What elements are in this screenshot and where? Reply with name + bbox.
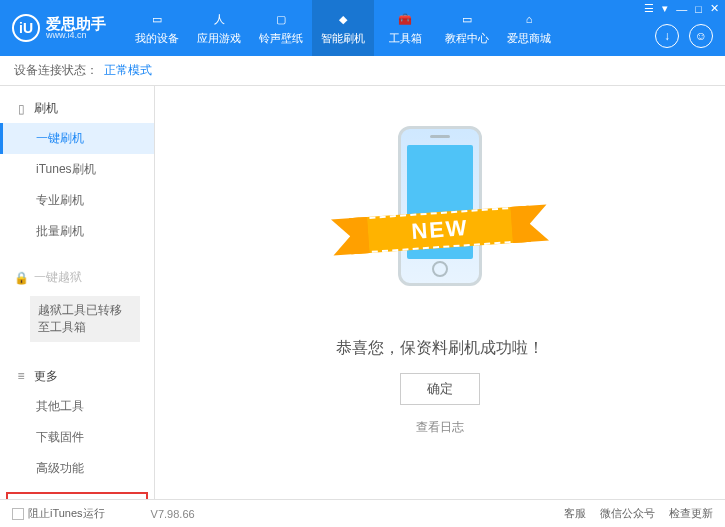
activation-options: 自动激活 跳过向导 [6,492,148,499]
lock-icon: 🔒 [14,271,28,285]
sidebar-item-oneclick-flash[interactable]: 一键刷机 [0,123,154,154]
checkbox-block-itunes[interactable]: 阻止iTunes运行 [12,506,105,521]
header: iU 爱思助手 www.i4.cn ▭ 我的设备 人 应用游戏 ▢ 铃声壁纸 ◆… [0,0,725,56]
flash-group-icon: ▯ [14,102,28,116]
nav-apps-games[interactable]: 人 应用游戏 [188,0,250,56]
sidebar: ▯ 刷机 一键刷机 iTunes刷机 专业刷机 批量刷机 🔒 一键越狱 越狱工具… [0,86,155,499]
success-illustration: NEW [370,116,510,316]
ok-button[interactable]: 确定 [400,373,480,405]
version-label: V7.98.66 [151,508,195,520]
jailbreak-moved-notice[interactable]: 越狱工具已转移至工具箱 [30,296,140,342]
sidebar-item-other-tools[interactable]: 其他工具 [0,391,154,422]
footer-link-wechat[interactable]: 微信公众号 [600,506,655,521]
wallpaper-icon: ▢ [272,10,290,28]
status-label: 设备连接状态： [14,62,98,79]
nav-my-device[interactable]: ▭ 我的设备 [126,0,188,56]
apps-icon: 人 [210,10,228,28]
sidebar-group-jailbreak: 🔒 一键越狱 [0,263,154,292]
window-controls: ☰ ▾ — □ ✕ [644,2,719,15]
nav-toolbox[interactable]: 🧰 工具箱 [374,0,436,56]
nav-tutorials[interactable]: ▭ 教程中心 [436,0,498,56]
status-bar: 设备连接状态： 正常模式 [0,56,725,86]
footer-link-support[interactable]: 客服 [564,506,586,521]
maximize-icon[interactable]: □ [695,3,702,15]
sidebar-group-flash[interactable]: ▯ 刷机 [0,94,154,123]
app-logo: iU 爱思助手 www.i4.cn [12,14,106,42]
app-site: www.i4.cn [46,31,106,40]
view-log-link[interactable]: 查看日志 [416,419,464,436]
nav-ringtone-wallpaper[interactable]: ▢ 铃声壁纸 [250,0,312,56]
skin-icon[interactable]: ▾ [662,2,668,15]
sidebar-item-batch-flash[interactable]: 批量刷机 [0,216,154,247]
logo-icon: iU [12,14,40,42]
sidebar-item-advanced[interactable]: 高级功能 [0,453,154,484]
more-icon: ≡ [14,369,28,383]
book-icon: ▭ [458,10,476,28]
minimize-icon[interactable]: — [676,3,687,15]
phone-icon: ▭ [148,10,166,28]
toolbox-icon: 🧰 [396,10,414,28]
app-name: 爱思助手 [46,16,106,31]
close-icon[interactable]: ✕ [710,2,719,15]
new-ribbon: NEW [349,206,531,254]
profile-button[interactable]: ☺ [689,24,713,48]
sidebar-item-pro-flash[interactable]: 专业刷机 [0,185,154,216]
header-actions: ↓ ☺ [655,24,713,48]
main-panel: NEW 恭喜您，保资料刷机成功啦！ 确定 查看日志 [155,86,725,499]
sidebar-group-more[interactable]: ≡ 更多 [0,362,154,391]
nav-store[interactable]: ⌂ 爱思商城 [498,0,560,56]
success-message: 恭喜您，保资料刷机成功啦！ [336,338,544,359]
footer-link-check-update[interactable]: 检查更新 [669,506,713,521]
top-nav: ▭ 我的设备 人 应用游戏 ▢ 铃声壁纸 ◆ 智能刷机 🧰 工具箱 ▭ 教程中心… [126,0,560,56]
download-button[interactable]: ↓ [655,24,679,48]
footer: 阻止iTunes运行 V7.98.66 客服 微信公众号 检查更新 [0,499,725,527]
status-mode: 正常模式 [104,62,152,79]
store-icon: ⌂ [520,10,538,28]
menu-icon[interactable]: ☰ [644,2,654,15]
nav-smart-flash[interactable]: ◆ 智能刷机 [312,0,374,56]
sidebar-item-itunes-flash[interactable]: iTunes刷机 [0,154,154,185]
sidebar-item-download-firmware[interactable]: 下载固件 [0,422,154,453]
flash-icon: ◆ [334,10,352,28]
